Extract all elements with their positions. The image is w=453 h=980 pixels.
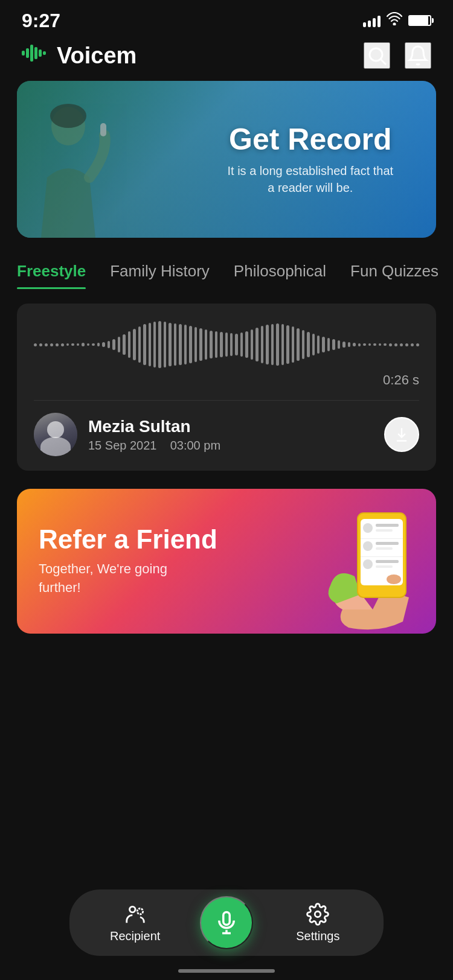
svg-point-0 xyxy=(394,24,396,25)
refer-content: Refer a Friend Together, We're goingfurt… xyxy=(39,525,217,597)
date-text: 15 Sep 2021 xyxy=(88,439,156,452)
signal-icon xyxy=(363,14,381,27)
user-name: Mezia Sultan xyxy=(88,417,220,436)
svg-rect-20 xyxy=(376,547,393,550)
svg-rect-23 xyxy=(376,560,399,563)
audio-card: 0:26 s Mezia Sultan 15 Sep 2021 03:00 pm xyxy=(17,304,436,471)
hero-content: Get Record It is a long established fact… xyxy=(185,81,436,238)
svg-rect-11 xyxy=(100,123,106,136)
svg-rect-5 xyxy=(39,49,42,57)
svg-line-8 xyxy=(381,60,386,65)
user-info: Mezia Sultan 15 Sep 2021 03:00 pm xyxy=(34,413,220,456)
refer-subtitle: Together, We're goingfurther! xyxy=(39,560,217,597)
audio-duration: 0:26 s xyxy=(34,372,419,388)
logo: Voicem xyxy=(22,42,137,69)
svg-point-10 xyxy=(50,104,86,128)
tab-freestyle[interactable]: Freestyle xyxy=(17,256,98,289)
nav-settings[interactable]: Settings xyxy=(288,903,348,943)
svg-rect-24 xyxy=(376,565,393,568)
svg-point-26 xyxy=(129,906,135,912)
nav-settings-label: Settings xyxy=(296,929,339,943)
card-divider xyxy=(34,400,419,401)
svg-rect-21 xyxy=(361,556,403,557)
svg-point-18 xyxy=(363,541,373,551)
svg-rect-2 xyxy=(26,48,29,58)
tab-family-history[interactable]: Family History xyxy=(98,256,222,289)
header-actions xyxy=(364,42,431,69)
svg-rect-28 xyxy=(223,912,230,925)
svg-rect-15 xyxy=(376,524,399,527)
svg-point-22 xyxy=(363,559,373,569)
avatar-image xyxy=(34,413,77,456)
hero-subtitle: It is a long established fact thata read… xyxy=(228,162,394,196)
svg-rect-19 xyxy=(376,542,399,545)
svg-point-31 xyxy=(315,911,321,917)
svg-rect-16 xyxy=(376,529,393,532)
wifi-icon xyxy=(387,12,402,29)
logo-icon xyxy=(22,42,50,69)
avatar xyxy=(34,413,77,456)
user-date: 15 Sep 2021 03:00 pm xyxy=(88,439,220,453)
svg-point-7 xyxy=(370,48,382,61)
card-footer: Mezia Sultan 15 Sep 2021 03:00 pm xyxy=(34,413,419,456)
svg-point-25 xyxy=(387,574,401,584)
refer-banner[interactable]: Refer a Friend Together, We're goingfurt… xyxy=(17,489,436,634)
nav-recipient-label: Recipient xyxy=(110,929,160,943)
bottom-nav: Recipient Settings xyxy=(69,889,384,956)
tab-fun-quizzes[interactable]: Fun Quizzes xyxy=(338,256,451,289)
tab-philosophical[interactable]: Philosophical xyxy=(222,256,338,289)
hero-person-silhouette xyxy=(29,99,114,238)
home-indicator xyxy=(178,969,275,973)
refer-title: Refer a Friend xyxy=(39,525,217,554)
svg-rect-4 xyxy=(34,47,37,59)
battery-icon xyxy=(408,15,431,26)
user-details: Mezia Sultan 15 Sep 2021 03:00 pm xyxy=(88,417,220,453)
hero-banner[interactable]: Get Record It is a long established fact… xyxy=(17,81,436,238)
header: Voicem xyxy=(0,36,453,81)
status-bar: 9:27 xyxy=(0,0,453,36)
notification-button[interactable] xyxy=(405,42,431,69)
svg-rect-17 xyxy=(361,538,403,539)
status-time: 9:27 xyxy=(22,10,60,32)
svg-rect-6 xyxy=(43,51,46,55)
svg-point-14 xyxy=(363,523,373,533)
waveform[interactable] xyxy=(34,320,419,369)
refer-illustration xyxy=(303,495,424,634)
hero-title: Get Record xyxy=(229,123,392,156)
svg-rect-1 xyxy=(22,51,25,56)
mic-button[interactable] xyxy=(200,896,253,949)
app-title: Voicem xyxy=(57,43,137,69)
nav-recipient[interactable]: Recipient xyxy=(105,903,165,943)
time-text: 03:00 pm xyxy=(170,439,220,452)
svg-rect-3 xyxy=(30,45,33,62)
category-tabs: Freestyle Family History Philosophical F… xyxy=(0,256,453,289)
download-button[interactable] xyxy=(384,417,419,452)
search-button[interactable] xyxy=(364,42,390,69)
svg-point-27 xyxy=(137,908,143,914)
status-icons xyxy=(363,12,431,29)
